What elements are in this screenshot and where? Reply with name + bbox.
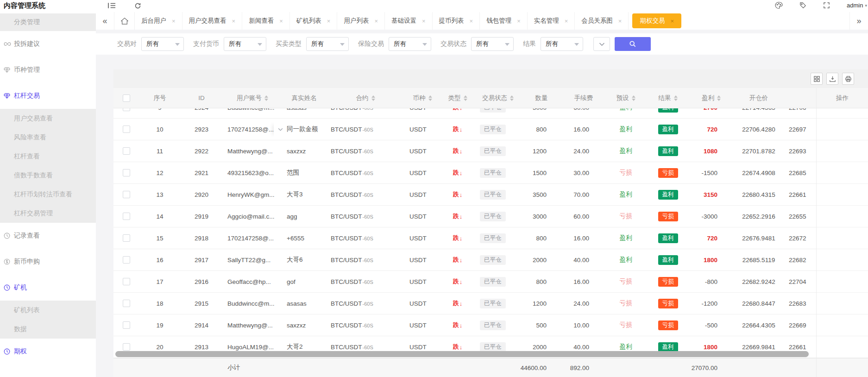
tab-close-icon[interactable]: × [670,18,674,25]
column-header[interactable]: 用户账号 [223,88,282,108]
account-text: 493215623@o... [227,170,274,176]
sidebar-submenu-item[interactable]: 杠杆币划转法币查看 [0,185,96,204]
sort-icon[interactable] [464,95,467,101]
sort-icon[interactable] [264,95,268,101]
sidebar-item[interactable]: 矿机 [0,275,96,301]
sidebar-submenu-item[interactable]: 杠杆查看 [0,147,96,166]
column-header[interactable]: 预设 [605,88,647,108]
tab-close-icon[interactable]: × [517,18,521,25]
filter-select[interactable]: 所有 [389,37,431,51]
type-cell: 跌↓ [440,108,475,118]
tab[interactable]: 用户列表× [337,12,385,30]
column-header[interactable]: 交易状态 [475,88,521,108]
action-cell [817,249,868,271]
sidebar-submenu-item[interactable]: 用户交易查看 [0,109,96,128]
tab-close-icon[interactable]: × [327,18,331,25]
search-button[interactable] [615,37,651,51]
tab[interactable]: 后台用户× [135,12,182,30]
sidebar-submenu-item[interactable]: 分类管理 [0,13,96,31]
row-checkbox[interactable] [123,108,130,111]
sidebar-submenu: 分类管理 [0,13,96,31]
sort-icon[interactable] [428,95,432,101]
tab[interactable]: 钱包管理× [480,12,528,30]
export-button[interactable] [826,73,838,85]
tab-close-icon[interactable]: × [565,18,568,25]
dollar-icon [4,258,11,265]
tab-close-icon[interactable]: × [172,18,176,25]
row-checkbox[interactable] [123,213,130,220]
sort-icon[interactable] [717,95,721,101]
tab[interactable]: 矿机列表× [290,12,338,30]
tab-close-icon[interactable]: × [618,18,622,25]
filter-select[interactable]: 所有 [471,37,514,51]
sidebar-item[interactable]: 币种管理 [0,57,96,83]
menu-fold-icon[interactable] [108,2,116,9]
sidebar-item[interactable]: 杠杆交易 [0,83,96,109]
sidebar-submenu-item[interactable]: 杠杆交易管理 [0,204,96,223]
collapse-filters-button[interactable] [593,37,610,51]
home-tab-icon[interactable] [114,12,135,30]
column-header-label: 币种 [413,94,426,102]
tab[interactable]: 实名管理× [528,12,575,30]
filter-select[interactable]: 所有 [141,37,184,51]
row-checkbox[interactable] [123,147,130,155]
tab-close-icon[interactable]: × [374,18,378,25]
history-icon [4,348,11,355]
sidebar-submenu-item[interactable]: 风险率查看 [0,128,96,147]
row-checkbox[interactable] [123,126,130,133]
account-cell: Matthewyng@... [223,140,282,162]
row-checkbox[interactable] [123,321,130,329]
sidebar-item[interactable]: 期权 [0,339,96,364]
user-menu[interactable]: admin ▾ [847,2,867,9]
sort-icon[interactable] [371,95,375,101]
print-button[interactable] [842,73,854,85]
tab-close-icon[interactable]: × [422,18,426,25]
tab-close-icon[interactable]: × [279,18,283,25]
row-checkbox[interactable] [123,278,130,285]
tab[interactable]: 新闻查看× [242,12,290,30]
sidebar-item[interactable]: 投拆建议 [0,31,96,57]
tabs-scroll-right-icon[interactable]: » [849,12,868,30]
horizontal-scrollbar[interactable] [115,351,809,357]
account-expand-chevron[interactable] [274,122,287,137]
sidebar-submenu-item[interactable]: 矿机列表 [0,301,96,320]
tab-close-icon[interactable]: × [232,18,236,25]
column-header[interactable]: 币种 [405,88,440,108]
sidebar-item[interactable]: 记录查看 [0,223,96,249]
tab[interactable]: 会员关系图× [575,12,629,30]
tab-active[interactable]: 期权交易× [632,13,681,28]
row-checkbox[interactable] [123,256,130,264]
filter-select[interactable]: 所有 [541,37,583,51]
column-header[interactable]: 合约 [326,88,405,108]
account-cell: SallyTT22@g... [223,249,282,270]
row-checkbox[interactable] [123,169,130,176]
filter-select[interactable]: 所有 [224,37,266,51]
column-header[interactable]: 结果 [647,88,689,108]
tab[interactable]: 用户交易查看× [182,12,243,30]
tab-close-icon[interactable]: × [470,18,473,25]
tabs-scroll-left-icon[interactable]: « [96,12,114,30]
topbar: 内容管理系统 admin ▾ [0,0,868,12]
row-checkbox[interactable] [123,343,130,351]
sort-icon[interactable] [674,95,678,101]
sidebar-submenu-item[interactable]: 数据 [0,320,96,339]
tab[interactable]: 提币列表× [433,12,480,30]
tab[interactable]: 基础设置× [385,12,433,30]
sidebar-item[interactable]: 新币申购 [0,249,96,275]
column-header[interactable]: 类型 [440,88,475,108]
tag-icon[interactable] [799,2,806,9]
select-all-checkbox[interactable] [123,94,130,102]
filter-select[interactable]: 所有 [306,37,349,51]
row-checkbox[interactable] [123,234,130,242]
refresh-icon[interactable] [134,2,141,9]
row-checkbox[interactable] [123,191,130,198]
palette-icon[interactable] [775,2,783,9]
column-header[interactable]: 盈利 [689,88,733,108]
summary-cell [113,358,139,377]
sort-icon[interactable] [510,95,514,101]
row-checkbox[interactable] [123,300,130,307]
columns-grid-button[interactable] [811,73,823,85]
sidebar-submenu-item[interactable]: 倍数手数查看 [0,166,96,185]
fullscreen-icon[interactable] [823,2,830,9]
sort-icon[interactable] [632,95,635,101]
